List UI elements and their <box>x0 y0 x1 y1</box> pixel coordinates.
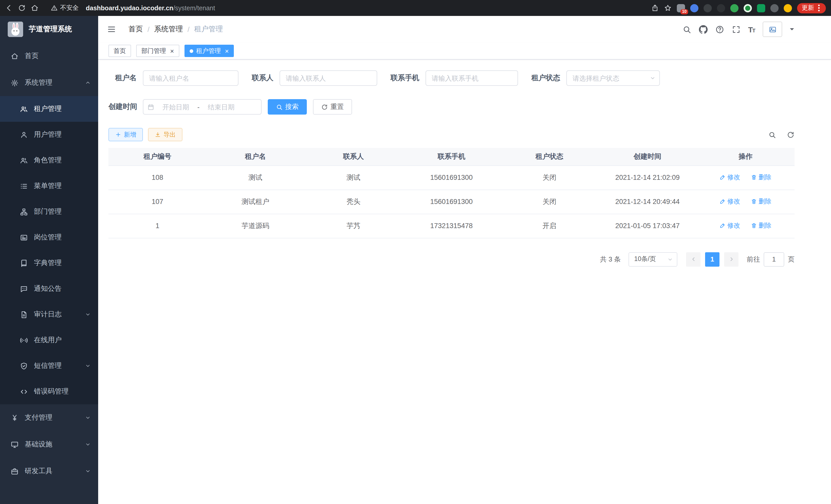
sidebar-item-error-code-management[interactable]: 错误码管理 <box>0 379 98 404</box>
reset-button[interactable]: 重置 <box>313 99 352 115</box>
hamburger-icon[interactable] <box>107 25 116 34</box>
extension-icon[interactable] <box>690 4 698 12</box>
back-icon[interactable] <box>5 4 13 12</box>
sidebar-item-department-management[interactable]: 部门管理 <box>0 199 98 225</box>
breadcrumb-separator: / <box>147 25 149 33</box>
toggle-search-icon[interactable] <box>768 131 776 139</box>
search-button[interactable]: 搜索 <box>268 99 307 115</box>
filter-contact: 联系人 <box>252 70 377 86</box>
extension-icon[interactable] <box>744 4 752 12</box>
update-label: 更新 <box>802 4 814 12</box>
goto-page-input[interactable] <box>764 252 784 266</box>
sidebar-item-post-management[interactable]: 岗位管理 <box>0 225 98 250</box>
search-icon[interactable] <box>682 25 691 34</box>
tab-tenant-management[interactable]: 租户管理 × <box>184 45 234 57</box>
avatar[interactable] <box>763 22 782 37</box>
caret-down-icon[interactable] <box>790 28 794 32</box>
breadcrumb-system[interactable]: 系统管理 <box>154 25 183 34</box>
breadcrumb-home[interactable]: 首页 <box>128 25 143 34</box>
chevron-down-icon <box>85 415 91 421</box>
date-range-picker[interactable]: - <box>143 99 262 115</box>
sidebar-item-home[interactable]: 首页 <box>0 42 98 69</box>
extension-icon[interactable] <box>704 4 712 12</box>
home-icon[interactable] <box>31 4 38 12</box>
page-number-button[interactable]: 1 <box>705 252 719 266</box>
tab-home[interactable]: 首页 <box>109 45 131 57</box>
extension-icon[interactable] <box>717 4 725 12</box>
start-date-input[interactable] <box>156 103 195 111</box>
share-icon[interactable] <box>651 4 659 12</box>
tenant-table: 租户编号 租户名 联系人 联系手机 租户状态 创建时间 操作 108 测试 <box>109 148 795 238</box>
sidebar-item-payment-management[interactable]: 支付管理 <box>0 404 98 431</box>
help-icon[interactable] <box>715 25 724 34</box>
avatar-broken-image-icon <box>769 25 776 33</box>
sidebar-item-infrastructure[interactable]: 基础设施 <box>0 431 98 458</box>
rabbit-logo-icon <box>8 22 23 37</box>
browser-update-button[interactable]: 更新 <box>797 3 826 13</box>
sidebar-item-system-management[interactable]: 系统管理 <box>0 69 98 96</box>
edit-link[interactable]: 修改 <box>719 221 740 230</box>
app-shell: 芋道管理系统 首页 系统管理 租户管理 用户管理 <box>0 16 831 504</box>
sidebar-item-online-users[interactable]: 在线用户 <box>0 327 98 353</box>
chevron-down-icon <box>85 363 91 369</box>
next-page-button[interactable] <box>724 252 739 266</box>
sidebar-item-tenant-management[interactable]: 租户管理 <box>0 96 98 122</box>
sidebar-item-notice[interactable]: 通知公告 <box>0 276 98 302</box>
sidebar-item-user-management[interactable]: 用户管理 <box>0 122 98 147</box>
prev-page-button[interactable] <box>686 252 700 266</box>
github-icon[interactable] <box>699 25 708 34</box>
browser-menu-dots-icon[interactable] <box>816 5 821 11</box>
extension-icon[interactable] <box>730 4 739 12</box>
security-indicator[interactable]: 不安全 <box>51 4 79 12</box>
export-button[interactable]: 导出 <box>148 128 182 141</box>
extension-icon[interactable] <box>770 4 779 12</box>
sidebar-item-dictionary-management[interactable]: 字典管理 <box>0 250 98 276</box>
breadcrumb: 首页 / 系统管理 / 租户管理 <box>128 25 223 34</box>
status-select[interactable] <box>566 70 660 86</box>
extension-icon[interactable]: 10 <box>677 4 685 12</box>
plus-icon <box>115 131 121 138</box>
table-settings <box>768 131 795 139</box>
tab-department-management[interactable]: 部门管理 × <box>136 45 179 57</box>
fullscreen-icon[interactable] <box>732 25 740 34</box>
edit-icon <box>719 199 726 205</box>
sidebar-item-role-management[interactable]: 角色管理 <box>0 147 98 173</box>
star-icon[interactable] <box>664 4 672 12</box>
calendar-icon <box>147 103 154 110</box>
page-size-input[interactable] <box>629 252 677 266</box>
contact-input[interactable] <box>280 70 377 86</box>
close-icon[interactable]: × <box>225 48 229 54</box>
delete-link[interactable]: 删除 <box>751 173 771 182</box>
refresh-icon[interactable] <box>18 4 26 12</box>
edit-link[interactable]: 修改 <box>719 197 740 206</box>
payment-yen-icon <box>11 414 19 421</box>
chevron-right-icon <box>728 256 735 263</box>
edit-link[interactable]: 修改 <box>719 173 740 182</box>
font-size-icon[interactable]: TT <box>748 25 755 34</box>
chevron-down-icon <box>85 441 91 447</box>
page-size-select[interactable] <box>629 252 677 266</box>
table-row: 108 测试 测试 15601691300 关闭 2021-12-14 21:0… <box>109 166 795 189</box>
status-select-input[interactable] <box>566 70 660 86</box>
sidebar-item-menu-management[interactable]: 菜单管理 <box>0 173 98 199</box>
phone-input[interactable] <box>426 70 518 86</box>
tenant-name-input[interactable] <box>143 70 238 86</box>
chevron-down-icon <box>85 312 91 318</box>
close-icon[interactable]: × <box>170 48 174 54</box>
end-date-input[interactable] <box>202 103 241 111</box>
refresh-table-icon[interactable] <box>787 131 795 139</box>
delete-link[interactable]: 删除 <box>751 221 771 230</box>
address-bar[interactable]: dashboard.yudao.iocoder.cn/system/tenant <box>86 4 215 11</box>
sidebar-item-sms-management[interactable]: 短信管理 <box>0 353 98 379</box>
delete-link[interactable]: 删除 <box>751 197 771 206</box>
extension-icon[interactable] <box>784 4 792 12</box>
extension-icon[interactable] <box>757 4 765 12</box>
home-icon <box>11 52 19 60</box>
app-logo[interactable]: 芋道管理系统 <box>0 16 98 42</box>
sidebar-item-audit-log[interactable]: 审计日志 <box>0 302 98 327</box>
column-header-phone: 联系手机 <box>402 148 500 166</box>
add-button[interactable]: 新增 <box>109 128 143 141</box>
sidebar-item-devtools[interactable]: 研发工具 <box>0 458 98 484</box>
active-tab-dot <box>190 49 193 53</box>
infrastructure-monitor-icon <box>11 441 19 448</box>
